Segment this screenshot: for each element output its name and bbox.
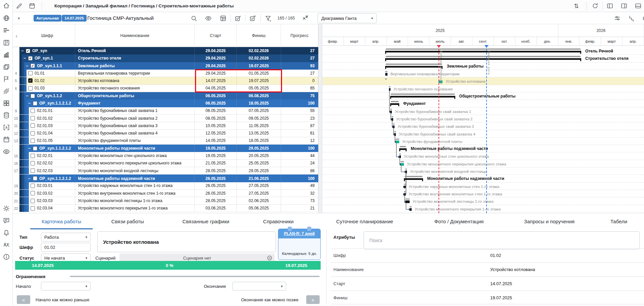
collapse-node-icon[interactable]: − xyxy=(28,101,31,106)
rail-item-flag[interactable] xyxy=(0,73,12,85)
rail-item-language[interactable] xyxy=(0,239,12,251)
rail-item-eye[interactable] xyxy=(0,146,12,157)
table-row[interactable]: 2102.03.03Устройство монолитной лестницы… xyxy=(13,197,318,204)
gantt-task-bar[interactable] xyxy=(390,111,392,113)
row-checkbox[interactable] xyxy=(28,86,33,90)
table-row[interactable]: 902.01.01Устройство буронабивных свай за… xyxy=(13,107,318,115)
view-select[interactable]: Диаграмма Ганта▾ xyxy=(318,13,377,23)
shift-later-button[interactable]: » xyxy=(306,295,320,304)
rail-item-kanban[interactable] xyxy=(0,37,12,48)
table-row[interactable]: 1−✓OP_synОтель Речной29.04.202502.02.202… xyxy=(13,47,318,54)
constraint-start-select[interactable]: ▾ xyxy=(41,282,91,291)
row-checkbox[interactable]: ✓ xyxy=(26,49,30,53)
gantt-task-bar[interactable] xyxy=(385,73,387,76)
tree-expand-button[interactable]: ▾ xyxy=(14,14,24,23)
table-row[interactable]: 1702.02.03Устройство монолитной входной … xyxy=(13,167,318,175)
unselect-check-button[interactable] xyxy=(248,14,257,23)
table-row[interactable]: 5✓01.02Устройство котлована14.07.202519.… xyxy=(13,77,318,84)
type-select[interactable]: Работа▾ xyxy=(41,233,91,241)
column-header-4[interactable]: Прогресс xyxy=(281,24,318,47)
tab-2[interactable]: Связи работы xyxy=(100,214,155,229)
rail-item-notifications[interactable] xyxy=(0,227,12,238)
tab-3[interactable]: Связанные графики xyxy=(171,214,241,229)
row-checkbox[interactable] xyxy=(31,199,35,203)
rail-item-gantt-list[interactable] xyxy=(0,25,12,36)
table-row[interactable]: 7−OP_syn.1.1.2Общестроительные работы06.… xyxy=(13,92,318,100)
table-row[interactable]: 1502.02.01Устройство монолитных стен цок… xyxy=(13,152,318,159)
panel-button[interactable] xyxy=(218,14,228,23)
gantt-task-bar[interactable] xyxy=(394,133,396,136)
row-checkbox[interactable] xyxy=(31,131,35,136)
rail-item-grid[interactable] xyxy=(0,98,12,109)
refresh-button[interactable] xyxy=(590,1,600,10)
gantt-task-bar[interactable] xyxy=(401,163,404,166)
layout-bottom-button[interactable] xyxy=(633,1,643,10)
column-header-0[interactable]: Шифр xyxy=(19,24,75,47)
scenario-expand-icon[interactable] xyxy=(267,255,273,261)
row-checkbox[interactable] xyxy=(31,154,35,158)
table-row[interactable]: 14−OP_syn.1.1.2.1.2Монолитные работы под… xyxy=(13,145,318,152)
rail-item-info[interactable] xyxy=(0,251,12,263)
rail-item-calendar[interactable] xyxy=(0,134,12,145)
table-row[interactable]: 1202.01.04Устройство буронабивных свай з… xyxy=(13,130,318,137)
gantt-summary-bar[interactable] xyxy=(385,66,443,68)
tab-4[interactable]: Справочники xyxy=(252,214,305,229)
row-checkbox[interactable]: ✓ xyxy=(28,78,33,83)
layout-right-button[interactable] xyxy=(619,1,629,10)
gantt-summary-bar[interactable] xyxy=(385,58,581,60)
constraint-end-select[interactable]: ▾ xyxy=(232,282,286,291)
row-checkbox[interactable] xyxy=(33,146,37,151)
breadcrumb[interactable]: Корпорация / Западный филиал / Гостиница… xyxy=(54,0,234,12)
row-checkbox[interactable] xyxy=(31,123,35,128)
table-row[interactable]: 1902.03.01Устройство наружных монолитных… xyxy=(13,182,318,190)
table-row[interactable]: 1002.01.02Устройство буронабивных свай з… xyxy=(13,115,318,122)
gantt-task-bar[interactable] xyxy=(389,88,390,91)
attributes-search-input[interactable] xyxy=(364,231,640,250)
tab-7[interactable]: Запросы и поручения xyxy=(513,214,586,229)
layout-left-button[interactable] xyxy=(605,1,614,10)
rail-item-layers[interactable] xyxy=(0,61,12,73)
gantt-task-bar[interactable] xyxy=(404,193,406,196)
collapse-node-icon[interactable]: − xyxy=(23,56,27,61)
gantt-task-bar[interactable] xyxy=(404,186,406,188)
shift-earlier-button[interactable]: « xyxy=(17,295,30,304)
row-checkbox[interactable] xyxy=(31,109,35,113)
code-input[interactable]: 01.02 xyxy=(41,243,91,252)
column-header-1[interactable]: Наименование xyxy=(75,24,195,47)
row-checkbox[interactable] xyxy=(31,191,35,195)
rail-item-home[interactable] xyxy=(0,0,12,11)
clear-filter-button[interactable] xyxy=(300,14,310,23)
link-lines-button[interactable] xyxy=(627,14,636,23)
tab-1[interactable]: Карточка работы xyxy=(30,214,93,229)
collapse-table-button[interactable]: ‹ xyxy=(13,32,19,39)
tab-5[interactable]: Суточное планирование xyxy=(325,214,405,229)
pencil-button[interactable] xyxy=(14,1,24,10)
visibility-button[interactable] xyxy=(203,14,213,23)
row-checkbox[interactable]: ✓ xyxy=(31,64,35,68)
gantt-task-bar[interactable] xyxy=(396,141,399,143)
table-row[interactable]: 3−✓OP_syn.1.1.1Земляные работы29.04.2025… xyxy=(13,62,318,70)
calendar-button[interactable] xyxy=(27,1,37,10)
rail-item-database[interactable] xyxy=(0,110,12,121)
table-row[interactable]: 2002.03.02Устройство внутренних монолитн… xyxy=(13,190,318,197)
row-checkbox[interactable] xyxy=(31,184,35,188)
table-row[interactable]: 2−✓OP_syn.1Строительство отеля29.04.2025… xyxy=(13,54,318,62)
rail-item-theme[interactable] xyxy=(0,203,12,214)
gantt-summary-bar[interactable] xyxy=(385,51,581,52)
row-checkbox[interactable] xyxy=(33,101,37,106)
row-checkbox[interactable] xyxy=(33,176,37,181)
row-checkbox[interactable] xyxy=(31,168,35,173)
collapse-node-icon[interactable]: − xyxy=(20,48,24,53)
row-checkbox[interactable] xyxy=(31,116,35,120)
row-checkbox[interactable]: ✓ xyxy=(28,56,33,61)
row-checkbox[interactable] xyxy=(31,139,35,143)
tab-6[interactable]: Фото / Документация xyxy=(423,214,495,229)
table-row[interactable]: 601.03Устройство песчаного основания04.0… xyxy=(13,85,318,92)
rail-item-hatch[interactable] xyxy=(0,85,12,97)
table-row[interactable]: 2202.03.04Устройство монолитного перекры… xyxy=(13,205,318,212)
table-row[interactable]: 18−OP_syn.1.1.2.1.2Монолитные работы над… xyxy=(13,175,318,182)
gantt-summary-bar[interactable] xyxy=(404,178,423,180)
table-row[interactable]: 1602.02.02Устройство монолитного перекры… xyxy=(13,160,318,167)
swap-button[interactable] xyxy=(571,1,581,10)
rail-item-globe[interactable] xyxy=(0,12,12,24)
